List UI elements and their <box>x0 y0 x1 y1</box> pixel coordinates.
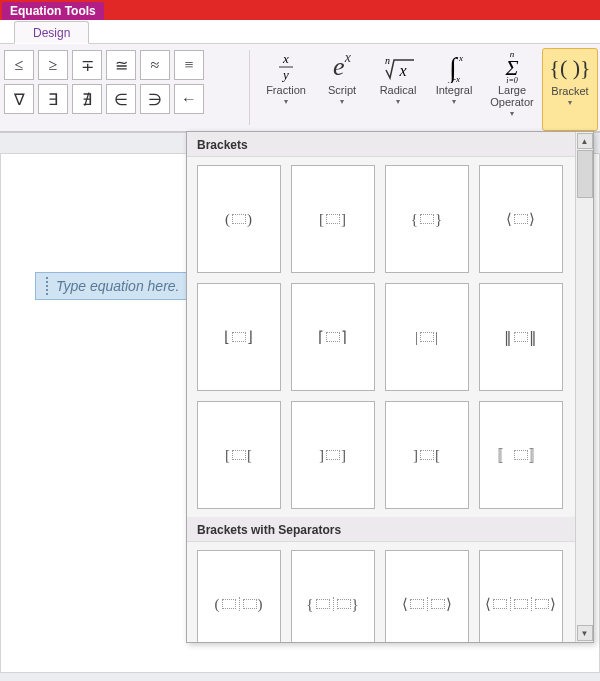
bracket-template[interactable]: () <box>197 550 281 642</box>
scroll-down-button[interactable]: ▼ <box>577 625 593 641</box>
large-operator-button[interactable]: nΣi=0 Large Operator ▾ <box>482 48 542 131</box>
contextual-title-bar: Equation Tools <box>0 0 600 20</box>
structures-group: xy Fraction ▾ ex Script ▾ nx Radical ▾ ∫… <box>256 44 600 131</box>
equation-placeholder-text: Type equation here. <box>56 278 180 294</box>
script-icon: ex <box>333 50 351 84</box>
symbol-∃[interactable]: ∃ <box>38 84 68 114</box>
svg-text:x: x <box>282 52 289 66</box>
radical-label: Radical <box>380 84 417 96</box>
symbol-≅[interactable]: ≅ <box>106 50 136 80</box>
symbol-≥[interactable]: ≥ <box>38 50 68 80</box>
large-operator-icon: nΣi=0 <box>497 50 527 84</box>
bracket-template[interactable]: ⟨⟩ <box>479 165 563 273</box>
bracket-template[interactable]: ⟨⟩ <box>385 550 469 642</box>
group-separator <box>249 50 250 125</box>
tab-design[interactable]: Design <box>14 21 89 44</box>
bracket-button[interactable]: {( )} Bracket ▾ <box>542 48 598 131</box>
gallery-section-brackets-sep: Brackets with Separators <box>187 517 575 542</box>
bracket-label: Bracket <box>551 85 588 97</box>
scroll-thumb[interactable] <box>577 150 593 198</box>
equation-placeholder-box[interactable]: Type equation here. <box>35 272 187 300</box>
radical-icon: nx <box>380 50 416 84</box>
bracket-template[interactable]: 〚〛 <box>479 401 563 509</box>
bracket-template[interactable]: ][ <box>385 401 469 509</box>
bracket-template[interactable]: ⟨⟩ <box>479 550 563 642</box>
symbol-∋[interactable]: ∋ <box>140 84 170 114</box>
svg-text:x: x <box>458 53 463 63</box>
bracket-template[interactable]: ⌊⌋ <box>197 283 281 391</box>
symbol-≤[interactable]: ≤ <box>4 50 34 80</box>
bracket-template[interactable]: || <box>385 283 469 391</box>
scroll-track[interactable] <box>577 150 593 624</box>
svg-text:i=0: i=0 <box>506 76 518 84</box>
radical-button[interactable]: nx Radical ▾ <box>370 48 426 131</box>
gallery-grid-brackets-sep: (){}⟨⟩⟨⟩ <box>187 542 575 642</box>
bracket-icon: {( )} <box>549 51 590 85</box>
bracket-template[interactable]: {} <box>291 550 375 642</box>
ribbon-tab-row: Design <box>0 20 600 44</box>
equation-tools-context-tab: Equation Tools <box>2 2 104 20</box>
bracket-template[interactable]: [] <box>291 165 375 273</box>
svg-text:x: x <box>398 62 406 79</box>
bracket-template[interactable]: ‖‖ <box>479 283 563 391</box>
bracket-template[interactable]: () <box>197 165 281 273</box>
symbols-group: ≤≥∓≅≈≡ ∇∃∄∈∋← <box>0 44 243 131</box>
fraction-icon: xy <box>273 50 299 84</box>
symbol-∇[interactable]: ∇ <box>4 84 34 114</box>
symbol-≡[interactable]: ≡ <box>174 50 204 80</box>
symbol-∄[interactable]: ∄ <box>72 84 102 114</box>
dropdown-caret-icon: ▾ <box>284 97 288 106</box>
bracket-gallery-dropdown: Brackets ()[]{}⟨⟩⌊⌋⌈⌉||‖‖[[]]][〚〛 Bracke… <box>186 131 594 643</box>
dropdown-caret-icon: ▾ <box>340 97 344 106</box>
symbol-≈[interactable]: ≈ <box>140 50 170 80</box>
gallery-grid-brackets: ()[]{}⟨⟩⌊⌋⌈⌉||‖‖[[]]][〚〛 <box>187 157 575 517</box>
svg-text:y: y <box>281 67 289 82</box>
gallery-section-brackets: Brackets <box>187 132 575 157</box>
bracket-template[interactable]: [[ <box>197 401 281 509</box>
dropdown-caret-icon: ▾ <box>452 97 456 106</box>
dropdown-caret-icon: ▾ <box>568 98 572 107</box>
symbol-∈[interactable]: ∈ <box>106 84 136 114</box>
bracket-template[interactable]: ⌈⌉ <box>291 283 375 391</box>
script-label: Script <box>328 84 356 96</box>
ribbon: ≤≥∓≅≈≡ ∇∃∄∈∋← xy Fraction ▾ ex Script ▾ … <box>0 44 600 132</box>
equation-handle-icon[interactable] <box>46 277 52 295</box>
svg-text:n: n <box>385 55 390 66</box>
symbol-∓[interactable]: ∓ <box>72 50 102 80</box>
integral-icon: ∫x-x <box>439 50 469 84</box>
fraction-label: Fraction <box>266 84 306 96</box>
gallery-body: Brackets ()[]{}⟨⟩⌊⌋⌈⌉||‖‖[[]]][〚〛 Bracke… <box>187 132 575 642</box>
dropdown-caret-icon: ▾ <box>510 109 514 118</box>
large-operator-label: Large Operator <box>490 84 533 108</box>
scroll-up-button[interactable]: ▲ <box>577 133 593 149</box>
symbol-←[interactable]: ← <box>174 84 204 114</box>
dropdown-caret-icon: ▾ <box>396 97 400 106</box>
integral-label: Integral <box>436 84 473 96</box>
svg-text:-x: -x <box>453 74 460 83</box>
bracket-template[interactable]: ]] <box>291 401 375 509</box>
fraction-button[interactable]: xy Fraction ▾ <box>258 48 314 131</box>
script-button[interactable]: ex Script ▾ <box>314 48 370 131</box>
integral-button[interactable]: ∫x-x Integral ▾ <box>426 48 482 131</box>
bracket-template[interactable]: {} <box>385 165 469 273</box>
gallery-scrollbar[interactable]: ▲ ▼ <box>575 132 593 642</box>
